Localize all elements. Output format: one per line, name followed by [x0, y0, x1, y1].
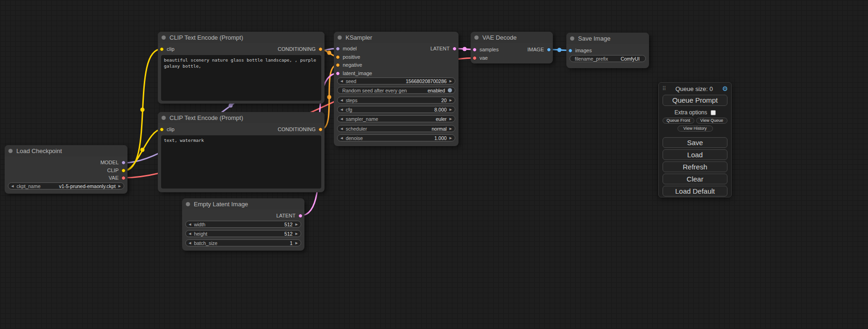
increment-arrow-icon[interactable]: ▶ [296, 241, 298, 245]
view-queue-button[interactable]: View Queue [696, 118, 728, 124]
decrement-arrow-icon[interactable]: ◀ [189, 241, 191, 245]
increment-arrow-icon[interactable]: ▶ [450, 108, 452, 111]
increment-arrow-icon[interactable]: ▶ [119, 184, 121, 188]
output-port-clip[interactable] [121, 168, 126, 173]
collapse-dot-icon[interactable] [162, 116, 166, 120]
decrement-arrow-icon[interactable]: ◀ [340, 79, 343, 83]
drag-handle-icon[interactable]: ⠿ [662, 85, 666, 92]
output-port-conditioning[interactable] [318, 127, 323, 132]
slot-output-model[interactable]: MODEL [100, 159, 126, 166]
increment-arrow-icon[interactable]: ▶ [296, 223, 298, 226]
node-title-bar[interactable]: Empty Latent Image [182, 198, 304, 210]
collapse-dot-icon[interactable] [474, 35, 479, 40]
slot-input-images[interactable]: images [568, 47, 592, 54]
slot-output-clip[interactable]: CLIP [107, 167, 126, 174]
node-title-bar[interactable]: Load Checkpoint [5, 145, 127, 156]
input-port-positive[interactable] [336, 55, 340, 59]
queue-prompt-button[interactable]: Queue Prompt [663, 95, 727, 106]
widget-scheduler[interactable]: ◀ scheduler normal ▶ [337, 125, 455, 132]
node-title-bar[interactable]: CLIP Text Encode (Prompt) [158, 32, 325, 43]
node-graph-canvas[interactable]: Load Checkpoint MODEL CLIP VAE ◀ ckpt_na… [0, 0, 868, 329]
slot-input-negative[interactable]: negative [336, 62, 362, 68]
slot-output-vae[interactable]: VAE [109, 175, 126, 181]
node-title-bar[interactable]: CLIP Text Encode (Prompt) [158, 112, 325, 123]
slot-input-samples[interactable]: samples [473, 46, 499, 53]
collapse-dot-icon[interactable] [186, 202, 190, 206]
decrement-arrow-icon[interactable]: ◀ [11, 184, 14, 188]
decrement-arrow-icon[interactable]: ◀ [189, 223, 191, 226]
node-title-bar[interactable]: KSampler [334, 32, 459, 43]
settings-gear-icon[interactable]: ⚙ [722, 85, 728, 92]
input-port-images[interactable] [568, 49, 572, 53]
input-port-clip[interactable] [160, 127, 164, 132]
input-port-clip[interactable] [160, 47, 164, 51]
node-clip-text-encode-positive[interactable]: CLIP Text Encode (Prompt) clip CONDITION… [158, 32, 325, 104]
collapse-dot-icon[interactable] [162, 35, 166, 40]
input-port-model[interactable] [336, 47, 340, 51]
output-port-latent[interactable] [298, 214, 303, 218]
node-load-checkpoint[interactable]: Load Checkpoint MODEL CLIP VAE ◀ ckpt_na… [5, 145, 127, 194]
increment-arrow-icon[interactable]: ▶ [296, 232, 298, 235]
slot-input-model[interactable]: model [336, 45, 357, 52]
output-port-latent[interactable] [452, 47, 457, 51]
widget-cfg[interactable]: ◀ cfg 8.000 ▶ [337, 106, 455, 113]
node-title-bar[interactable]: VAE Decode [471, 32, 553, 43]
increment-arrow-icon[interactable]: ▶ [450, 79, 452, 83]
increment-arrow-icon[interactable]: ▶ [450, 136, 452, 140]
input-port-negative[interactable] [336, 63, 340, 67]
increment-arrow-icon[interactable]: ▶ [450, 98, 452, 102]
output-port-image[interactable] [547, 48, 551, 52]
node-vae-decode[interactable]: VAE Decode samples vae IMAGE [471, 32, 553, 63]
node-title-bar[interactable]: Save Image [566, 33, 649, 44]
decrement-arrow-icon[interactable]: ◀ [340, 98, 343, 102]
slot-output-conditioning[interactable]: CONDITIONING [278, 126, 323, 133]
slot-output-latent[interactable]: LATENT [430, 45, 457, 52]
refresh-button[interactable]: Refresh [663, 161, 727, 172]
increment-arrow-icon[interactable]: ▶ [450, 117, 452, 120]
slot-input-latent-image[interactable]: latent_image [336, 70, 372, 77]
view-history-button[interactable]: View History [677, 126, 713, 132]
decrement-arrow-icon[interactable]: ◀ [189, 232, 191, 235]
output-port-model[interactable] [121, 161, 126, 165]
slot-input-vae[interactable]: vae [473, 55, 488, 61]
widget-width[interactable]: ◀ width 512 ▶ [185, 221, 301, 228]
decrement-arrow-icon[interactable]: ◀ [340, 127, 343, 130]
collapse-dot-icon[interactable] [8, 149, 13, 153]
collapse-dot-icon[interactable] [338, 35, 342, 40]
widget-filename-prefix[interactable]: filename_prefix ComfyUI [570, 55, 646, 62]
widget-ckpt-name[interactable]: ◀ ckpt_name v1-5-pruned-emaonly.ckpt ▶ [8, 182, 124, 189]
prompt-textarea[interactable]: beautiful scenery nature glass bottle la… [161, 55, 321, 101]
widget-random-seed-toggle[interactable]: Random seed after every gen enabled [337, 87, 455, 94]
input-port-vae[interactable] [473, 56, 477, 60]
node-empty-latent-image[interactable]: Empty Latent Image LATENT ◀ width 512 ▶ … [182, 198, 304, 251]
slot-input-clip[interactable]: clip [160, 126, 175, 133]
load-default-button[interactable]: Load Default [663, 186, 727, 196]
node-ksampler[interactable]: KSampler model positive negative latent_… [334, 32, 459, 146]
widget-height[interactable]: ◀ height 512 ▶ [185, 230, 301, 237]
prompt-textarea[interactable]: text, watermark [161, 135, 321, 189]
toggle-indicator-icon[interactable] [448, 88, 452, 92]
input-port-samples[interactable] [473, 48, 477, 52]
clear-button[interactable]: Clear [663, 174, 727, 184]
slot-input-clip[interactable]: clip [160, 46, 175, 52]
input-port-latent-image[interactable] [336, 71, 340, 76]
collapse-dot-icon[interactable] [570, 36, 574, 41]
queue-front-button[interactable]: Queue Front [663, 118, 694, 124]
widget-denoise[interactable]: ◀ denoise 1.000 ▶ [337, 134, 455, 141]
increment-arrow-icon[interactable]: ▶ [450, 127, 452, 130]
node-clip-text-encode-negative[interactable]: CLIP Text Encode (Prompt) clip CONDITION… [158, 112, 325, 192]
node-save-image[interactable]: Save Image images filename_prefix ComfyU… [566, 33, 649, 68]
slot-input-positive[interactable]: positive [336, 54, 360, 60]
slot-output-image[interactable]: IMAGE [528, 46, 551, 53]
decrement-arrow-icon[interactable]: ◀ [340, 117, 343, 120]
load-button[interactable]: Load [663, 149, 727, 160]
decrement-arrow-icon[interactable]: ◀ [340, 108, 343, 111]
slot-output-conditioning[interactable]: CONDITIONING [278, 46, 323, 52]
output-port-conditioning[interactable] [318, 47, 323, 51]
output-port-vae[interactable] [121, 176, 126, 180]
save-button[interactable]: Save [663, 137, 727, 148]
slot-output-latent[interactable]: LATENT [276, 212, 303, 219]
widget-steps[interactable]: ◀ steps 20 ▶ [337, 97, 455, 104]
decrement-arrow-icon[interactable]: ◀ [340, 136, 343, 140]
widget-seed[interactable]: ◀ seed 156680208700286 ▶ [337, 77, 455, 84]
